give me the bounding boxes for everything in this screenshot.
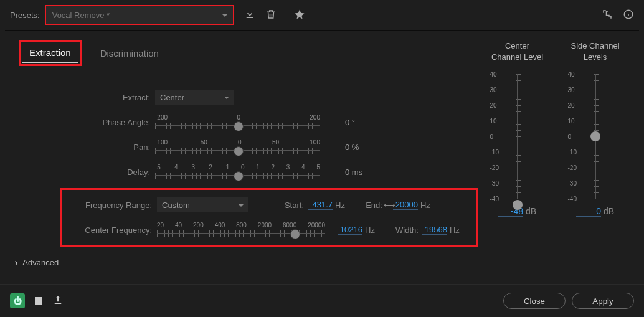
extract-dropdown[interactable]: Center xyxy=(155,90,234,105)
advanced-toggle[interactable]: Advanced xyxy=(15,258,478,267)
pan-label: Pan: xyxy=(10,143,155,152)
top-bar: Presets: Vocal Remove * xyxy=(0,0,644,30)
width-value[interactable]: 19568 xyxy=(422,225,447,235)
stop-button[interactable] xyxy=(35,297,42,305)
preset-name: Vocal Remove * xyxy=(52,11,110,20)
tab-discrimination[interactable]: Discrimination xyxy=(93,44,166,62)
footer: ⏻ Close Apply xyxy=(0,284,644,317)
side-channel-slider[interactable]: 40 30 20 10 0 -10 -20 -30 -40 xyxy=(577,74,614,199)
freq-range-label: Frequency Range: xyxy=(62,201,157,210)
apply-button[interactable]: Apply xyxy=(572,293,634,309)
power-toggle[interactable]: ⏻ xyxy=(10,293,25,308)
star-icon[interactable] xyxy=(294,9,305,22)
center-freq-slider[interactable]: 20402004008002000600020000 xyxy=(157,222,325,238)
center-channel-slider[interactable]: 40 30 20 10 0 -10 -20 -30 -40 xyxy=(499,74,536,199)
width-label: Width: xyxy=(375,225,422,235)
center-freq-label: Center Frequency: xyxy=(62,225,157,235)
side-channel-title: Side ChannelLevels xyxy=(556,40,634,68)
presets-label: Presets: xyxy=(10,11,40,20)
tabs: Extraction Discrimination xyxy=(19,40,478,66)
side-channel-value[interactable]: 0 xyxy=(576,206,601,217)
extract-label: Extract: xyxy=(10,93,155,102)
pan-value[interactable]: 0 % xyxy=(345,143,382,152)
close-button[interactable]: Close xyxy=(503,293,566,309)
side-channel-col: Side ChannelLevels 40 30 20 10 0 -10 -20… xyxy=(556,40,634,267)
info-icon[interactable] xyxy=(623,9,634,22)
center-channel-col: CenterChannel Level 40 30 20 10 0 -10 -2… xyxy=(478,40,556,267)
end-label: End: xyxy=(345,201,384,210)
tab-extraction[interactable]: Extraction xyxy=(22,44,78,63)
start-value[interactable]: 431.7 xyxy=(308,200,333,210)
center-freq-value[interactable]: 10216 xyxy=(338,225,362,235)
frequency-box: Frequency Range: Custom Start: 431.7 Hz … xyxy=(60,188,478,247)
pan-slider[interactable]: -100-50050100 xyxy=(155,139,320,155)
delay-label: Delay: xyxy=(10,168,155,177)
chevron-down-icon xyxy=(224,93,230,103)
routing-icon[interactable] xyxy=(602,9,613,22)
export-icon[interactable] xyxy=(52,295,64,308)
start-label: Start: xyxy=(248,201,308,210)
chevron-down-icon xyxy=(238,201,244,211)
delay-slider[interactable]: -5-4-3-2-1012345 xyxy=(155,164,320,180)
phase-label: Phase Angle: xyxy=(10,118,155,127)
freq-range-dropdown[interactable]: Custom xyxy=(157,197,248,212)
center-channel-title: CenterChannel Level xyxy=(478,40,556,68)
end-value[interactable]: 20000 xyxy=(393,200,418,210)
chevron-down-icon xyxy=(222,11,228,21)
phase-value[interactable]: 0 ° xyxy=(345,118,382,127)
preset-dropdown[interactable]: Vocal Remove * xyxy=(45,5,234,25)
trash-icon[interactable] xyxy=(265,9,277,22)
delay-value[interactable]: 0 ms xyxy=(345,168,382,177)
import-icon[interactable] xyxy=(244,9,255,22)
left-panel: Extraction Discrimination Extract: Cente… xyxy=(10,40,478,267)
phase-slider[interactable]: -2000200 xyxy=(155,114,320,130)
